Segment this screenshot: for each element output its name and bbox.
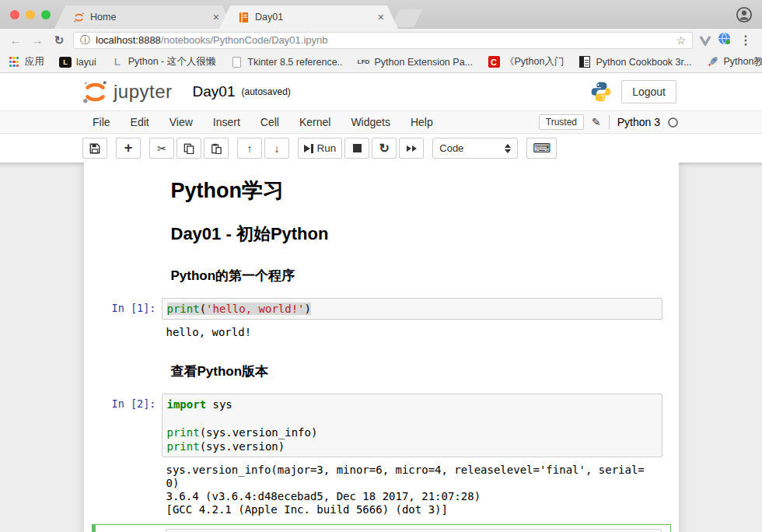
logout-button[interactable]: Logout xyxy=(621,80,676,103)
extension-v-icon[interactable] xyxy=(699,35,711,46)
browser-window: Home × Day01 × ← → ↻ ⓘ l xyxy=(0,0,762,532)
jupyter-wordmark: jupyter xyxy=(114,81,173,103)
cut-button[interactable]: ✂ xyxy=(149,138,174,159)
menu-kernel[interactable]: Kernel xyxy=(289,116,341,128)
bookmark-tkinter[interactable]: Tkinter 8.5 reference.. xyxy=(230,56,342,68)
cell-type-select[interactable]: Code xyxy=(432,138,518,159)
output-cell-1: hello, world! xyxy=(84,324,679,341)
url-host: localhost:8888 xyxy=(96,34,161,46)
back-icon[interactable]: ← xyxy=(8,33,23,47)
layui-icon: L xyxy=(59,57,72,68)
run-button[interactable]: Run xyxy=(298,138,342,159)
kernel-status-icon xyxy=(668,117,678,128)
save-button[interactable] xyxy=(82,138,107,159)
minimize-window-button[interactable] xyxy=(26,10,35,19)
notebook-icon xyxy=(238,12,250,23)
move-cell-down-button[interactable]: ↓ xyxy=(264,138,289,159)
code-cell-2: In [2]: import sys print(sys.version_inf… xyxy=(84,394,679,457)
url-field[interactable]: ⓘ localhost:8888/notebooks/PythonCode/Da… xyxy=(73,32,693,49)
tab-strip: Home × Day01 × xyxy=(0,0,762,29)
menu-widgets[interactable]: Widgets xyxy=(341,116,400,128)
code-input[interactable]: import sys print(sys.version_info)print(… xyxy=(162,394,662,457)
bookmark-label: layui xyxy=(76,57,96,68)
letter-l-icon: L xyxy=(114,56,121,68)
output-prompt xyxy=(84,324,162,341)
bookmark-label: 《Python入门 xyxy=(505,55,564,68)
code-cell-1: In [1]: print('hello, world!') xyxy=(84,298,679,320)
menu-edit[interactable]: Edit xyxy=(121,116,159,128)
output-prompt xyxy=(84,461,162,519)
apps-grid-icon xyxy=(8,56,20,68)
globe-extension-icon[interactable] xyxy=(718,32,731,48)
tab-home[interactable]: Home × xyxy=(54,5,233,29)
input-prompt: In [2]: xyxy=(84,394,162,457)
restart-kernel-button[interactable]: ↻ xyxy=(372,138,397,159)
browser-menu-icon[interactable]: ⋮ xyxy=(737,33,754,47)
markdown-heading-2[interactable]: Day01 - 初始Python xyxy=(171,222,659,246)
trusted-badge[interactable]: Trusted xyxy=(539,114,584,130)
interrupt-kernel-button[interactable] xyxy=(344,138,369,159)
bookmark-label: Python Extension Pa... xyxy=(375,57,473,68)
paste-icon xyxy=(211,143,222,154)
command-palette-button[interactable]: ⌨ xyxy=(526,138,557,159)
paste-button[interactable] xyxy=(204,138,229,159)
bookmark-python-blog[interactable]: L Python - 这个人很懒 xyxy=(111,55,216,68)
site-info-icon[interactable]: ⓘ xyxy=(80,33,90,47)
close-tab-icon[interactable]: × xyxy=(211,11,221,23)
step-forward-icon xyxy=(304,144,313,153)
output-text: sys.version_info(major=3, minor=6, micro… xyxy=(162,461,662,519)
add-cell-button[interactable]: + xyxy=(116,138,141,159)
select-arrows-icon xyxy=(505,144,511,153)
bookmark-python-extension[interactable]: LFD Python Extension Pa... xyxy=(358,56,473,68)
tab-title: Day01 xyxy=(255,12,376,23)
jupyter-logo-icon xyxy=(81,78,109,106)
document-icon xyxy=(232,57,241,68)
code-input[interactable]: print('hello, world!') xyxy=(162,298,662,320)
notebook-toolbar: + ✂ ↑ ↓ R xyxy=(0,134,762,163)
copy-button[interactable] xyxy=(177,138,201,159)
csdn-icon: C xyxy=(488,56,500,68)
tab-day01[interactable]: Day01 × xyxy=(219,5,398,29)
close-tab-icon[interactable]: × xyxy=(376,11,386,23)
bookmark-label: Python Cookbook 3r... xyxy=(596,57,691,68)
code-cell-3-selected[interactable]: In [ ]: xyxy=(92,524,671,532)
python-logo-icon xyxy=(590,81,612,103)
reload-icon[interactable]: ↻ xyxy=(51,33,67,47)
maximize-window-button[interactable] xyxy=(41,10,51,19)
bookmark-star-icon[interactable]: ☆ xyxy=(676,34,686,47)
floppy-icon xyxy=(89,143,100,154)
menu-help[interactable]: Help xyxy=(400,116,443,128)
kernel-name: Python 3 xyxy=(617,116,660,128)
input-prompt: In [1]: xyxy=(84,298,162,320)
bookmark-python-intro[interactable]: C 《Python入门 xyxy=(488,55,564,68)
profile-icon[interactable] xyxy=(736,6,753,23)
restart-run-all-button[interactable] xyxy=(399,138,424,159)
window-controls xyxy=(10,10,51,19)
notebook-title[interactable]: Day01 xyxy=(193,83,236,100)
move-cell-up-button[interactable]: ↑ xyxy=(237,138,262,159)
edit-title-pencil-icon[interactable]: ✎ xyxy=(592,116,601,128)
bookmark-layui[interactable]: L layui xyxy=(59,56,96,68)
bookmark-python-tutorial[interactable]: Python教程 xyxy=(706,55,762,68)
notebook-area: Python学习 Day01 - 初始Python Python的第一个程序 I… xyxy=(0,163,762,532)
code-input[interactable] xyxy=(166,529,662,532)
menu-insert[interactable]: Insert xyxy=(203,116,250,128)
autosave-status: (autosaved) xyxy=(241,86,290,97)
markdown-heading-3[interactable]: Python的第一个程序 xyxy=(171,267,659,285)
menu-file[interactable]: File xyxy=(82,116,121,128)
url-path: /notebooks/PythonCode/Day01.ipynb xyxy=(161,34,328,46)
forward-icon[interactable]: → xyxy=(30,33,45,47)
menu-cell[interactable]: Cell xyxy=(250,116,289,128)
address-bar: ← → ↻ ⓘ localhost:8888/notebooks/PythonC… xyxy=(0,29,762,51)
markdown-heading-1[interactable]: Python学习 xyxy=(171,177,659,205)
divider xyxy=(609,115,610,129)
menu-bar: File Edit View Insert Cell Kernel Widget… xyxy=(0,110,762,134)
bookmark-apps[interactable]: 应用 xyxy=(8,55,44,68)
close-window-button[interactable] xyxy=(10,10,19,19)
lfd-icon: LFD xyxy=(358,58,370,65)
book-icon xyxy=(579,56,590,68)
bookmark-cookbook[interactable]: Python Cookbook 3r... xyxy=(578,56,691,68)
markdown-heading-4[interactable]: 查看Python版本 xyxy=(171,362,659,380)
jupyter-brand[interactable]: jupyter xyxy=(81,78,173,106)
menu-view[interactable]: View xyxy=(159,116,203,128)
